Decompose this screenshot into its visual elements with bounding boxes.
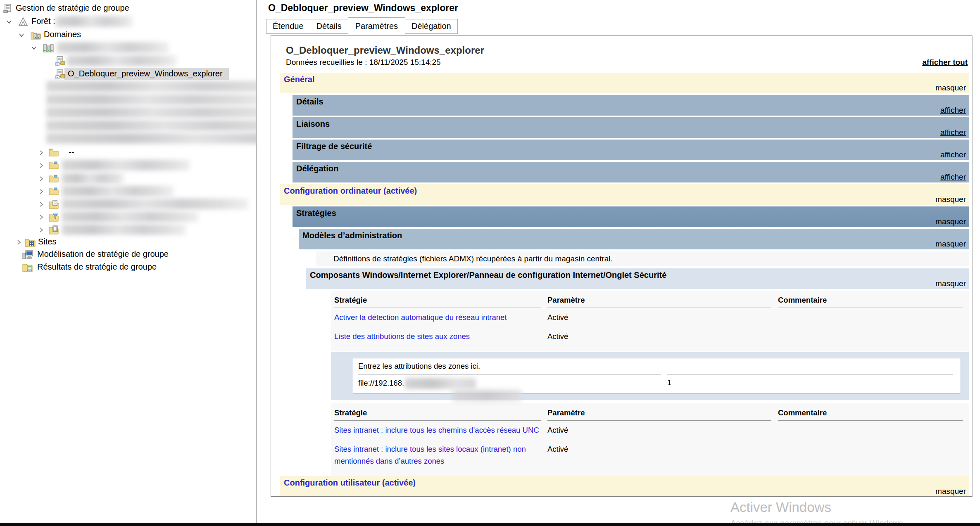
policy-comment <box>778 308 969 327</box>
ou-folder-icon <box>49 187 59 197</box>
wmi-filter-folder-icon <box>49 212 59 224</box>
column-header-parametre: Paramètre <box>547 293 771 308</box>
chevron-right-icon[interactable] <box>38 227 45 235</box>
tab-details[interactable]: Détails <box>310 19 348 34</box>
domain-icon <box>43 43 54 54</box>
subsection-component-hide-link[interactable]: masquer <box>935 279 966 288</box>
policy-comment <box>778 421 969 440</box>
chevron-right-icon[interactable] <box>38 149 45 158</box>
subsection-admin-templates: Modèles d’administration masquer <box>299 229 969 249</box>
policy-link[interactable]: Sites intranet : inclure tous les chemin… <box>334 426 545 434</box>
zone-table-header-label: Entrez les attributions des zones ici. <box>358 358 661 374</box>
column-header-strategie: Stratégie <box>334 406 541 421</box>
tree-item-gp-modeling-label: Modélisation de stratégie de groupe <box>37 249 169 259</box>
chevron-down-icon[interactable] <box>18 32 25 40</box>
section-user-hide-link[interactable]: masquer <box>935 487 966 496</box>
policy-comment <box>778 327 969 346</box>
column-header-commentaire: Commentaire <box>778 406 963 421</box>
chevron-down-icon[interactable] <box>6 19 12 27</box>
table-row: Sites intranet : inclure tous les chemin… <box>331 421 969 440</box>
subsection-delegation-show-link[interactable]: afficher <box>940 173 966 182</box>
redacted-ip-suffix <box>405 378 476 389</box>
section-computer-hide-link[interactable]: masquer <box>935 195 966 204</box>
activate-windows-watermark-line2: Accédez aux paramètres pour activer Wind… <box>730 519 906 523</box>
activate-windows-watermark: Activer Windows <box>730 500 831 515</box>
chevron-right-icon[interactable] <box>38 162 45 171</box>
zone-assignment-band: Entrez les attributions des zones ici. f… <box>331 352 969 400</box>
report-title: O_Debloquer_preview_Windows_explorer <box>286 45 969 56</box>
tab-etendue[interactable]: Étendue <box>266 19 310 34</box>
report-collected-date: Données recueillies le : 18/11/2025 15:1… <box>286 58 441 67</box>
policy-table-2: Stratégie Paramètre Commentaire Sites in… <box>331 403 969 476</box>
console-tree-pane: Gestion de stratégie de groupe Forêt : D… <box>0 0 256 523</box>
policy-link[interactable]: Liste des attributions de sites aux zone… <box>334 332 476 341</box>
gpmc-console-icon <box>3 4 12 15</box>
table-row: Liste des attributions de sites aux zone… <box>331 327 969 346</box>
tab-strip: Étendue Détails Paramètres Délégation <box>266 17 458 34</box>
zone-table-header-spacer <box>667 358 953 374</box>
policy-comment <box>778 440 969 470</box>
policy-setting: Activé <box>547 308 778 327</box>
tree-item-forest-label: Forêt : <box>31 17 55 26</box>
subsection-liaisons: Liaisons afficher <box>293 117 969 138</box>
chevron-right-icon[interactable] <box>38 188 45 197</box>
chevron-right-icon[interactable] <box>38 175 45 184</box>
chevron-right-icon[interactable] <box>38 214 45 222</box>
zone-table-header: Entrez les attributions des zones ici. <box>358 358 960 374</box>
redacted-folder-name <box>62 211 198 222</box>
redacted-block <box>46 94 271 105</box>
table-row: file://192.168. 1 <box>358 374 960 392</box>
zone-assignment-table: Entrez les attributions des zones ici. f… <box>353 358 960 393</box>
zone-site-cell: file://192.168. <box>358 374 667 392</box>
redacted-folder-name <box>62 224 186 235</box>
tree-item-selected-gpo-label: O_Debloquer_preview_Windows_explorer <box>68 69 223 78</box>
column-header-strategie: Stratégie <box>334 293 541 308</box>
gpo-icon <box>55 56 65 68</box>
chevron-right-icon[interactable] <box>38 201 45 209</box>
tree-item-domains-label: Domaines <box>44 30 81 39</box>
redacted-ou-name <box>62 186 174 197</box>
redacted-gpo-name <box>67 55 176 66</box>
policy-link[interactable]: Sites intranet : inclure tous les sites … <box>334 445 526 465</box>
group-policy-results-icon <box>22 263 33 274</box>
tab-delegation[interactable]: Délégation <box>405 19 458 34</box>
subsection-details: Détails afficher <box>293 95 969 116</box>
table-row: Activer la détection automatique du rése… <box>331 308 969 327</box>
section-general-hide-link[interactable]: masquer <box>935 83 966 92</box>
redacted-ou-name <box>62 173 124 184</box>
tree-item-root-label: Gestion de stratégie de groupe <box>16 3 129 13</box>
policy-link[interactable]: Activer la détection automatique du rése… <box>334 313 513 322</box>
subsection-strategies-hide-link[interactable]: masquer <box>935 217 966 226</box>
ou-folder-icon <box>49 148 59 159</box>
subsection-liaisons-show-link[interactable]: afficher <box>940 128 966 137</box>
chevron-down-icon[interactable] <box>31 45 37 53</box>
redacted-block <box>46 81 290 92</box>
section-computer-config: Configuration ordinateur (activée) masqu… <box>280 184 969 205</box>
subsection-strategies: Stratégies masquer <box>293 206 969 227</box>
policy-table-1: Stratégie Paramètre Commentaire Activer … <box>331 291 969 351</box>
tree-item-ou-dashes-label: -- <box>69 147 74 157</box>
admx-central-store-note: Définitions de stratégies (fichiers ADMX… <box>316 251 969 266</box>
pane-splitter[interactable] <box>256 0 262 523</box>
section-general-title: Général <box>284 75 314 84</box>
section-computer-config-title: Configuration ordinateur (activée) <box>284 186 417 196</box>
subsection-admin-templates-hide-link[interactable]: masquer <box>935 239 966 249</box>
zone-site-prefix: file://192.168. <box>358 379 404 387</box>
show-all-link[interactable]: afficher tout <box>922 58 968 67</box>
redacted-folder-name <box>62 199 248 209</box>
chevron-right-icon[interactable] <box>16 239 22 247</box>
subsection-filtrage-show-link[interactable]: afficher <box>940 150 966 159</box>
ou-folder-icon <box>49 161 59 171</box>
domains-folder-icon <box>31 30 41 42</box>
gpo-icon <box>55 69 65 81</box>
policy-table-2-header: Stratégie Paramètre Commentaire <box>331 406 969 421</box>
forest-icon <box>18 17 28 28</box>
redacted-ou-name <box>62 160 190 171</box>
policy-table-1-header: Stratégie Paramètre Commentaire <box>331 293 969 308</box>
tree-item-sites-label: Sites <box>38 237 56 246</box>
subsection-details-show-link[interactable]: afficher <box>940 106 966 115</box>
section-general: Général masquer <box>280 73 969 93</box>
tab-parametres[interactable]: Paramètres <box>348 17 405 34</box>
redacted-block <box>46 107 284 118</box>
zone-value-cell: 1 <box>667 374 960 392</box>
